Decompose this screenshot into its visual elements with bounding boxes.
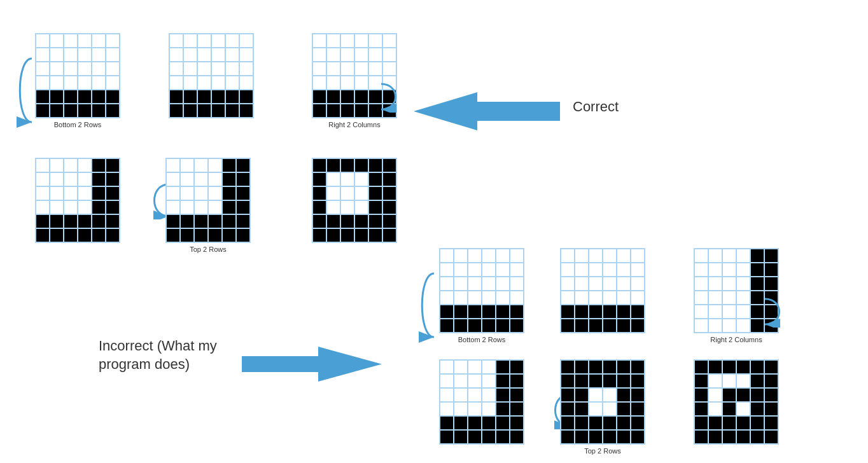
grid-visual bbox=[35, 33, 120, 118]
grid-lshape-1 bbox=[35, 158, 120, 243]
large-arrow-incorrect bbox=[242, 347, 382, 384]
grid-inc-bottom2rows: Bottom 2 Rows bbox=[439, 248, 524, 343]
grid-visual bbox=[439, 359, 524, 445]
grid-inc-right2cols: Right 2 Columns bbox=[694, 248, 779, 343]
grid-visual bbox=[439, 248, 524, 333]
label-inc-top2rows: Top 2 Rows bbox=[584, 447, 620, 455]
grid-rows-top-lshape: Top 2 Rows bbox=[165, 158, 251, 253]
label-bottom2rows: Bottom 2 Rows bbox=[54, 121, 102, 128]
curved-arrow-r2c bbox=[759, 296, 790, 328]
grid-visual bbox=[560, 248, 645, 333]
grid-inc-top2rows: Top 2 Rows bbox=[560, 359, 645, 455]
grid-lshape-result bbox=[312, 158, 397, 243]
correct-label: Correct bbox=[573, 99, 619, 115]
label-inc-right2cols: Right 2 Columns bbox=[710, 336, 762, 343]
label-rows-top: Top 2 Rows bbox=[190, 245, 226, 253]
grid-inc-checker bbox=[439, 359, 524, 445]
arrow-svg-incorrect bbox=[242, 347, 382, 382]
grid-rows-top bbox=[169, 33, 254, 118]
curved-arrow-right2cols bbox=[375, 81, 407, 113]
svg-marker-4 bbox=[242, 347, 382, 382]
grid-inc-final bbox=[694, 359, 779, 445]
svg-marker-2 bbox=[414, 92, 560, 130]
large-arrow-correct bbox=[414, 92, 560, 133]
label-right2cols: Right 2 Columns bbox=[328, 121, 380, 128]
grid-visual bbox=[35, 158, 120, 243]
label-inc-bottom2rows: Bottom 2 Rows bbox=[458, 336, 506, 343]
grid-visual bbox=[169, 33, 254, 118]
grid-right2cols-correct: Right 2 Columns bbox=[312, 33, 397, 128]
grid-visual bbox=[165, 158, 251, 243]
grid-bottom2rows: Bottom 2 Rows bbox=[35, 33, 120, 128]
grid-inc-bottom2rows-2 bbox=[560, 248, 645, 333]
grid-visual bbox=[560, 359, 645, 445]
arrow-svg bbox=[414, 92, 560, 130]
curved-arrow-bottom2rows bbox=[13, 52, 45, 128]
incorrect-label: Incorrect (What myprogram does) bbox=[99, 337, 217, 373]
grid-visual bbox=[312, 158, 397, 243]
curved-arrow-inc bbox=[415, 267, 447, 343]
grid-visual bbox=[694, 359, 779, 445]
